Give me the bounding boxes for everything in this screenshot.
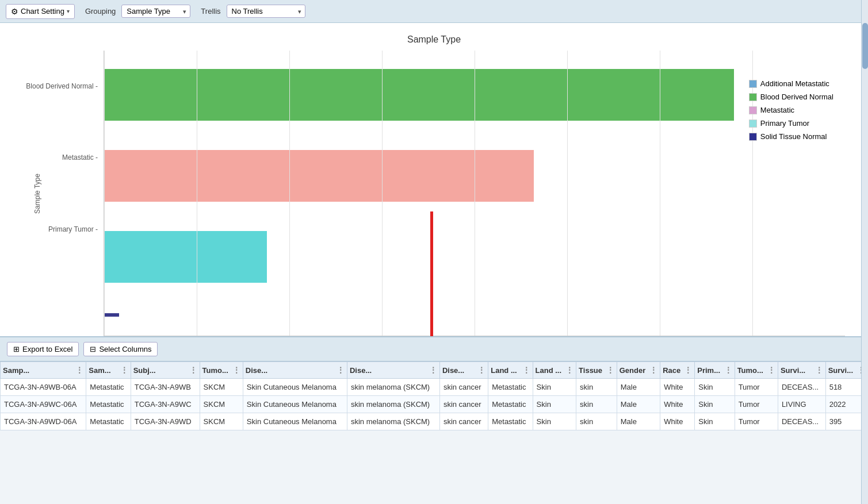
table-cell[interactable]: skin cancer xyxy=(439,413,488,430)
col-menu-land1[interactable]: ⋮ xyxy=(522,366,530,375)
scrollbar[interactable] xyxy=(861,0,868,504)
table-cell[interactable]: TCGA-3N-A9WB-06A xyxy=(1,379,86,396)
chart-title: Sample Type xyxy=(407,34,461,45)
export-excel-button[interactable]: ⊞ Export to Excel xyxy=(7,342,79,356)
col-menu-prim[interactable]: ⋮ xyxy=(724,366,732,375)
table-cell[interactable]: White xyxy=(660,413,695,430)
table-cell[interactable]: Metastatic xyxy=(488,379,533,396)
col-menu-gender[interactable]: ⋮ xyxy=(649,366,657,375)
col-header-gender[interactable]: Gender⋮ xyxy=(617,362,660,379)
table-cell[interactable]: Male xyxy=(617,379,660,396)
table-cell[interactable]: skin cancer xyxy=(439,396,488,413)
col-header-race[interactable]: Race⋮ xyxy=(660,362,695,379)
col-header-tumor[interactable]: Tumo...⋮ xyxy=(200,362,243,379)
table-cell[interactable]: Male xyxy=(617,413,660,430)
table-cell[interactable]: Skin xyxy=(695,379,735,396)
table-cell[interactable]: Skin xyxy=(533,379,576,396)
col-header-disease1[interactable]: Dise...⋮ xyxy=(243,362,347,379)
table-cell[interactable]: SKCM xyxy=(200,396,243,413)
col-menu-disease3[interactable]: ⋮ xyxy=(477,366,485,375)
col-menu-race[interactable]: ⋮ xyxy=(684,366,692,375)
table-cell[interactable]: skin melanoma (SKCM) xyxy=(347,413,439,430)
col-menu-sample-id[interactable]: ⋮ xyxy=(75,366,83,375)
col-header-land2[interactable]: Land ...⋮ xyxy=(533,362,576,379)
table-cell[interactable]: skin cancer xyxy=(439,379,488,396)
bar-solid-tissue[interactable] xyxy=(104,313,119,317)
table-cell[interactable]: Skin Cutaneous Melanoma xyxy=(243,379,347,396)
col-menu-tumor[interactable]: ⋮ xyxy=(232,366,240,375)
col-header-disease2[interactable]: Dise...⋮ xyxy=(347,362,439,379)
table-cell[interactable]: DECEAS... xyxy=(778,413,825,430)
bar-primary-tumor[interactable] xyxy=(104,231,267,283)
col-header-land1[interactable]: Land ...⋮ xyxy=(488,362,533,379)
col-header-prim[interactable]: Prim...⋮ xyxy=(695,362,735,379)
col-menu-disease1[interactable]: ⋮ xyxy=(337,366,345,375)
scrollbar-thumb[interactable] xyxy=(862,23,868,69)
col-header-survi1[interactable]: Survi...⋮ xyxy=(778,362,825,379)
col-menu-disease2[interactable]: ⋮ xyxy=(429,366,437,375)
table-cell[interactable]: Skin xyxy=(533,396,576,413)
table-cell[interactable]: Metastatic xyxy=(488,396,533,413)
table-cell[interactable]: SKCM xyxy=(200,379,243,396)
col-menu-sample-type[interactable]: ⋮ xyxy=(120,366,128,375)
table-cell[interactable]: skin melanoma (SKCM) xyxy=(347,396,439,413)
table-cell[interactable]: LIVING xyxy=(778,396,825,413)
bar-blood-derived[interactable] xyxy=(104,69,734,121)
grouping-select[interactable]: Sample TypeDisease TypeGender xyxy=(121,5,190,18)
table-cell[interactable]: Metastatic xyxy=(86,413,131,430)
trellis-select-wrapper[interactable]: No TrellisTrellis by GenderTrellis by Di… xyxy=(227,5,305,18)
table-cell[interactable]: TCGA-3N-A9WC-06A xyxy=(1,396,86,413)
col-menu-survi1[interactable]: ⋮ xyxy=(815,366,823,375)
table-cell[interactable]: Skin xyxy=(695,413,735,430)
bar-row-meta xyxy=(104,144,845,207)
table-cell[interactable]: skin xyxy=(576,379,617,396)
table-cell[interactable]: Skin xyxy=(695,396,735,413)
chart-setting-button[interactable]: ⚙ Chart Setting ▾ xyxy=(6,4,75,19)
col-header-disease3[interactable]: Dise...⋮ xyxy=(439,362,488,379)
table-wrapper: Samp...⋮ Sam...⋮ Subj...⋮ Tumo...⋮ Dise.… xyxy=(0,361,868,430)
col-header-tumo2[interactable]: Tumo...⋮ xyxy=(735,362,778,379)
y-label-meta: Metastatic - xyxy=(62,154,98,161)
trellis-label: Trellis xyxy=(201,7,220,16)
col-menu-land2[interactable]: ⋮ xyxy=(565,366,573,375)
col-header-sample-id[interactable]: Samp...⋮ xyxy=(1,362,86,379)
col-header-tissue[interactable]: Tissue⋮ xyxy=(576,362,617,379)
table-cell[interactable]: White xyxy=(660,396,695,413)
table-cell[interactable]: skin xyxy=(576,413,617,430)
table-cell[interactable]: Skin Cutaneous Melanoma xyxy=(243,396,347,413)
col-header-subject[interactable]: Subj...⋮ xyxy=(131,362,200,379)
legend-label-additional: Additional Metastatic xyxy=(760,79,829,88)
table-cell[interactable]: Male xyxy=(617,396,660,413)
col-menu-tumo2[interactable]: ⋮ xyxy=(767,366,775,375)
bars-area xyxy=(104,51,845,336)
table-cell[interactable]: skin melanoma (SKCM) xyxy=(347,379,439,396)
table-cell[interactable]: TCGA-3N-A9WC xyxy=(131,396,200,413)
table-cell[interactable]: Tumor xyxy=(735,396,778,413)
legend-color-primary xyxy=(749,120,757,128)
table-cell[interactable]: Metastatic xyxy=(86,396,131,413)
table-cell[interactable]: DECEAS... xyxy=(778,379,825,396)
select-columns-button[interactable]: ⊟ Select Columns xyxy=(83,342,158,356)
legend-label-primary: Primary Tumor xyxy=(760,119,809,128)
col-menu-tissue[interactable]: ⋮ xyxy=(606,366,614,375)
table-cell[interactable]: Tumor xyxy=(735,379,778,396)
col-header-sample-type[interactable]: Sam...⋮ xyxy=(86,362,131,379)
bar-row-blood xyxy=(104,63,845,126)
bar-metastatic[interactable] xyxy=(104,150,534,202)
table-cell[interactable]: TCGA-3N-A9WD-06A xyxy=(1,413,86,430)
table-cell[interactable]: skin xyxy=(576,396,617,413)
legend-item-blood: Blood Derived Normal xyxy=(749,93,833,101)
table-cell[interactable]: Metastatic xyxy=(86,379,131,396)
trellis-select[interactable]: No TrellisTrellis by GenderTrellis by Di… xyxy=(227,5,305,18)
table-cell[interactable]: SKCM xyxy=(200,413,243,430)
table-cell[interactable]: Metastatic xyxy=(488,413,533,430)
grouping-select-wrapper[interactable]: Sample TypeDisease TypeGender xyxy=(121,5,190,18)
table-cell[interactable]: TCGA-3N-A9WB xyxy=(131,379,200,396)
table-cell[interactable]: Skin xyxy=(533,413,576,430)
bar-row-solid xyxy=(104,306,845,324)
col-menu-subject[interactable]: ⋮ xyxy=(189,366,197,375)
table-cell[interactable]: TCGA-3N-A9WD xyxy=(131,413,200,430)
table-cell[interactable]: Skin Cutaneous Melanoma xyxy=(243,413,347,430)
table-cell[interactable]: White xyxy=(660,379,695,396)
table-cell[interactable]: Tumor xyxy=(735,413,778,430)
